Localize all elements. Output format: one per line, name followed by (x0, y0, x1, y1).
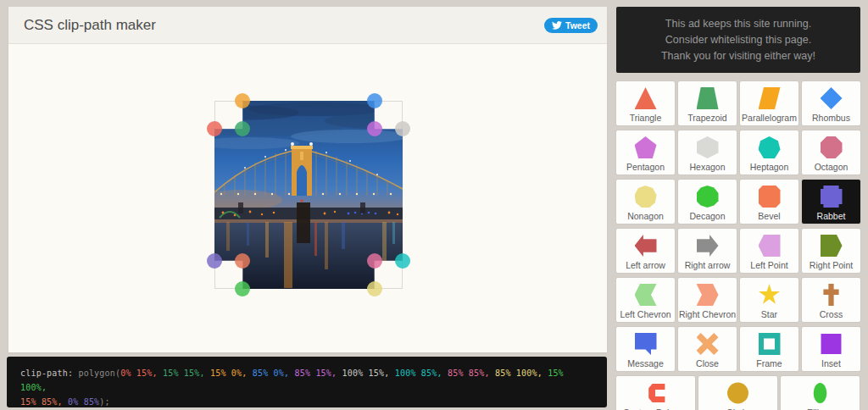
shape-cell-octagon[interactable]: Octagon (802, 130, 860, 175)
shape-label: Octagon (815, 162, 849, 172)
shape-label: Right Chevron (679, 309, 736, 319)
octagon-shape-icon (821, 136, 843, 158)
tweet-button[interactable]: Tweet (544, 18, 598, 33)
shape-cell-close[interactable]: Close (678, 327, 737, 371)
shape-cell-right-arrow[interactable]: Right arrow (678, 229, 737, 273)
shape-label: Inset (821, 358, 841, 368)
shape-label: Left Chevron (620, 309, 670, 319)
rabbet-shape-icon (821, 186, 843, 208)
shape-cell-left-arrow[interactable]: Left arrow (616, 229, 675, 273)
trapezoid-shape-icon (697, 87, 719, 109)
twitter-bird-icon (552, 21, 562, 30)
shape-cell-inset[interactable]: Inset (802, 327, 860, 371)
handle-dot[interactable] (367, 121, 382, 136)
main-panel: CSS clip-path maker Tweet (8, 7, 607, 352)
shape-label: Heptagon (750, 162, 789, 172)
shape-label: Left arrow (626, 260, 665, 270)
shape-grid-bottom: Custom PolygonCircleEllipse (616, 376, 860, 410)
handle-dot[interactable] (207, 121, 222, 136)
close-shape-icon (697, 333, 719, 355)
shape-cell-left-chevron[interactable]: Left Chevron (616, 278, 675, 322)
tweet-button-label: Tweet (565, 20, 590, 30)
bevel-shape-icon (759, 186, 781, 208)
heptagon-shape-icon (759, 136, 781, 158)
shape-label: Rhombus (812, 113, 850, 123)
circle-shape-icon (727, 382, 749, 404)
shape-cell-nonagon[interactable]: Nonagon (616, 180, 675, 224)
shape-cell-heptagon[interactable]: Heptagon (740, 130, 798, 175)
right-point-shape-icon (821, 235, 843, 257)
handle-dot[interactable] (235, 253, 250, 269)
shape-cell-cross[interactable]: Cross (802, 278, 860, 322)
left-arrow-shape-icon (635, 235, 657, 257)
shape-cell-bevel[interactable]: Bevel (740, 180, 798, 224)
handle-dot[interactable] (367, 253, 382, 269)
shape-label: Parallelogram (742, 113, 797, 123)
nonagon-shape-icon (635, 186, 657, 208)
shape-cell-ellipse[interactable]: Ellipse (781, 376, 860, 410)
shape-cell-star[interactable]: Star (740, 278, 798, 322)
handle-dot[interactable] (367, 281, 382, 296)
shape-cell-decagon[interactable]: Decagon (678, 180, 737, 224)
right-arrow-shape-icon (697, 235, 719, 257)
handle-dot[interactable] (367, 93, 382, 108)
shape-cell-frame[interactable]: Frame (740, 327, 798, 371)
shape-cell-message[interactable]: Message (616, 327, 675, 371)
ad-line: Thank you for visiting either way! (661, 48, 815, 64)
pentagon-shape-icon (635, 136, 657, 158)
shape-grid: TriangleTrapezoidParallelogramRhombusPen… (616, 81, 860, 371)
handle-dot[interactable] (395, 121, 410, 136)
shape-label: Decagon (689, 211, 725, 221)
handle-dot[interactable] (207, 253, 222, 269)
shape-cell-left-point[interactable]: Left Point (740, 229, 798, 273)
right-chevron-shape-icon (697, 284, 719, 306)
message-shape-icon (635, 333, 657, 355)
shape-cell-circle[interactable]: Circle (698, 376, 777, 410)
shape-label: Hexagon (689, 162, 725, 172)
left-point-shape-icon (759, 235, 781, 257)
shape-label: Close (696, 358, 719, 368)
shape-cell-custom-polygon[interactable]: Custom Polygon (616, 376, 695, 410)
shape-cell-trapezoid[interactable]: Trapezoid (678, 81, 737, 125)
shape-label: Message (627, 358, 664, 368)
handle-dot[interactable] (235, 281, 250, 296)
shape-cell-rhombus[interactable]: Rhombus (802, 81, 860, 125)
shape-label: Star (761, 309, 777, 319)
hexagon-shape-icon (697, 136, 719, 158)
shape-cell-pentagon[interactable]: Pentagon (616, 130, 675, 175)
shape-label: Left Point (750, 260, 787, 270)
shape-label: Right Point (810, 260, 853, 270)
handle-dot[interactable] (235, 93, 250, 108)
css-output-code: clip-path: polygon(0% 15%, 15% 15%, 15% … (7, 357, 607, 407)
triangle-shape-icon (635, 87, 657, 109)
inset-shape-icon (821, 333, 843, 355)
ad-line: This ad keeps this site running. (665, 16, 811, 32)
app-header: CSS clip-path maker Tweet (8, 7, 607, 44)
shape-label: Nonagon (627, 211, 664, 221)
custom-polygon-shape-icon (645, 382, 667, 404)
page-title: CSS clip-path maker (24, 7, 156, 43)
shapes-panel: This ad keeps this site running. Conside… (616, 0, 860, 410)
ad-line: Consider whitelisting this page. (665, 32, 811, 48)
shape-label: Pentagon (626, 162, 665, 172)
decagon-shape-icon (697, 186, 719, 208)
shape-cell-parallelogram[interactable]: Parallelogram (740, 81, 798, 125)
left-chevron-shape-icon (635, 284, 657, 306)
frame-shape-icon (759, 333, 781, 355)
shape-cell-hexagon[interactable]: Hexagon (678, 130, 737, 175)
ellipse-shape-icon (810, 382, 832, 404)
parallelogram-shape-icon (759, 87, 781, 109)
shape-cell-triangle[interactable]: Triangle (616, 81, 675, 125)
shape-label: Frame (756, 358, 782, 368)
shape-cell-rabbet[interactable]: Rabbet (802, 180, 860, 224)
shape-label: Triangle (630, 113, 662, 123)
shape-label: Cross (820, 309, 843, 319)
shape-cell-right-chevron[interactable]: Right Chevron (678, 278, 737, 322)
star-shape-icon (759, 284, 781, 306)
handle-dot[interactable] (395, 253, 410, 269)
preview-box (214, 101, 403, 289)
shape-label: Rabbet (817, 211, 846, 221)
cross-shape-icon (821, 284, 843, 306)
shape-cell-right-point[interactable]: Right Point (802, 229, 860, 273)
handle-dot[interactable] (235, 121, 250, 136)
